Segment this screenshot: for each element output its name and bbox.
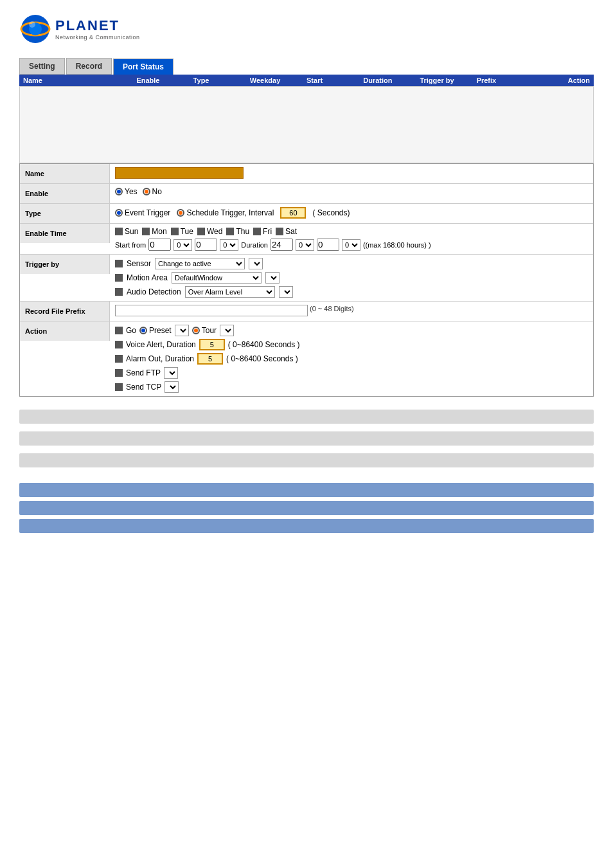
enable-yes-option[interactable]: Yes	[115, 187, 138, 196]
enable-time-value: Sun Mon Tue Wed	[110, 224, 593, 254]
tour-label: Tour	[202, 326, 217, 335]
sensor-select2[interactable]	[249, 258, 263, 269]
duration-h-input[interactable]	[271, 239, 293, 251]
duration-h-select[interactable]: 0	[296, 239, 314, 251]
weekday-thu[interactable]: Thu	[226, 227, 249, 236]
tour-radio[interactable]	[192, 327, 200, 334]
col-header-name: Name	[23, 77, 136, 84]
alarm-duration-input[interactable]	[197, 353, 223, 365]
preset-radio[interactable]	[139, 327, 147, 334]
preset-option[interactable]: Preset	[139, 326, 172, 335]
duration-m-select[interactable]: 0	[342, 239, 360, 251]
weekday-sat[interactable]: Sat	[276, 227, 297, 236]
type-event-radio[interactable]	[115, 209, 123, 217]
motion-checkbox[interactable]	[115, 274, 123, 282]
enable-value: Yes No	[110, 184, 593, 199]
weekday-row: Sun Mon Tue Wed	[115, 227, 588, 236]
enable-yes-radio[interactable]	[115, 188, 123, 195]
action-wrap: Go Preset Tour	[115, 325, 588, 393]
type-event-label: Event Trigger	[125, 208, 170, 217]
preset-select[interactable]	[175, 325, 189, 336]
type-schedule-option[interactable]: Schedule Trigger, Interval	[177, 208, 274, 217]
duration-m-input[interactable]	[317, 239, 339, 251]
tab-record[interactable]: Record	[66, 58, 112, 75]
audio-select[interactable]: Over Alarm Level	[185, 286, 275, 298]
trigger-audio-row: Audio Detection Over Alarm Level	[115, 286, 588, 298]
enable-radio-group: Yes No	[115, 187, 162, 196]
weekday-tue[interactable]: Tue	[171, 227, 193, 236]
col-header-enable: Enable	[136, 77, 193, 84]
prefix-value: (0 ~ 48 Digits)	[110, 302, 593, 320]
type-schedule-radio[interactable]	[177, 209, 184, 217]
preset-label: Preset	[149, 326, 172, 335]
tcp-select[interactable]	[164, 381, 179, 393]
tour-select[interactable]	[220, 325, 234, 336]
weekday-mon[interactable]: Mon	[142, 227, 166, 236]
action-row: Action Go Preset	[20, 321, 593, 396]
voice-label: Voice Alert, Duration	[126, 340, 196, 349]
col-header-type: Type	[193, 77, 250, 84]
form-section: Name Enable Yes No	[19, 163, 594, 397]
sun-label: Sun	[125, 227, 138, 236]
motion-select2[interactable]	[265, 272, 280, 284]
col-header-action: Action	[533, 77, 590, 84]
type-row: Type Event Trigger Schedule Trigger, Int…	[20, 204, 593, 224]
type-interval-input[interactable]	[280, 207, 306, 219]
tab-setting[interactable]: Setting	[19, 58, 65, 75]
enable-no-option[interactable]: No	[143, 187, 162, 196]
col-header-prefix: Prefix	[477, 77, 533, 84]
blue-row-2	[19, 501, 594, 515]
weekday-fri[interactable]: Fri	[253, 227, 272, 236]
enable-time-label: Enable Time	[20, 224, 110, 243]
trigger-by-row: Trigger by Sensor Change to active	[20, 255, 593, 302]
sun-checkbox[interactable]	[115, 228, 123, 235]
sensor-select[interactable]: Change to active	[155, 258, 245, 269]
motion-select[interactable]: DefaultWindow	[172, 272, 262, 284]
bottom-block-1	[19, 410, 594, 424]
tcp-label: Send TCP	[126, 383, 161, 392]
start-hour-input[interactable]	[148, 239, 171, 251]
prefix-input[interactable]	[115, 305, 308, 316]
col-header-trigger: Trigger by	[420, 77, 476, 84]
type-options: Event Trigger Schedule Trigger, Interval…	[115, 207, 350, 219]
tcp-checkbox[interactable]	[115, 383, 123, 391]
start-min-input[interactable]	[195, 239, 217, 251]
motion-label: Motion Area	[127, 273, 168, 282]
voice-seconds-label: ( 0~86400 Seconds )	[228, 340, 300, 349]
ftp-checkbox[interactable]	[115, 369, 123, 377]
tue-label: Tue	[181, 227, 193, 236]
prefix-label: Record File Prefix	[20, 302, 110, 321]
sensor-checkbox[interactable]	[115, 260, 123, 267]
start-min-select[interactable]: 0	[220, 239, 238, 251]
sat-checkbox[interactable]	[276, 228, 283, 235]
send-ftp-row: Send FTP	[115, 367, 588, 379]
audio-checkbox[interactable]	[115, 288, 123, 296]
start-hour-select[interactable]: 0	[173, 239, 192, 251]
fri-checkbox[interactable]	[253, 228, 261, 235]
voice-duration-input[interactable]	[199, 339, 225, 350]
weekday-wed[interactable]: Wed	[197, 227, 222, 236]
logo-area: PLANET Networking & Communication	[19, 13, 594, 45]
type-event-option[interactable]: Event Trigger	[115, 208, 170, 217]
ftp-select[interactable]	[164, 367, 178, 379]
weekday-sun[interactable]: Sun	[115, 227, 138, 236]
logo-tagline: Networking & Communication	[55, 34, 140, 41]
gray-row-3	[19, 453, 594, 467]
name-input[interactable]	[115, 167, 244, 179]
tab-port-status[interactable]: Port Status	[113, 59, 173, 75]
voice-checkbox[interactable]	[115, 341, 123, 348]
type-value: Event Trigger Schedule Trigger, Interval…	[110, 204, 593, 222]
audio-select2[interactable]	[279, 286, 293, 298]
mon-checkbox[interactable]	[142, 228, 150, 235]
go-label: Go	[126, 326, 136, 335]
duration-label: Duration	[241, 241, 268, 249]
wed-checkbox[interactable]	[197, 228, 205, 235]
alarm-checkbox[interactable]	[115, 355, 123, 363]
tue-checkbox[interactable]	[171, 228, 179, 235]
enable-no-radio[interactable]	[143, 188, 150, 195]
trigger-value: Sensor Change to active Motion Area Defa…	[110, 255, 593, 301]
tour-option[interactable]: Tour	[192, 326, 217, 335]
name-row: Name	[20, 164, 593, 184]
thu-checkbox[interactable]	[226, 228, 234, 235]
go-checkbox[interactable]	[115, 327, 123, 334]
